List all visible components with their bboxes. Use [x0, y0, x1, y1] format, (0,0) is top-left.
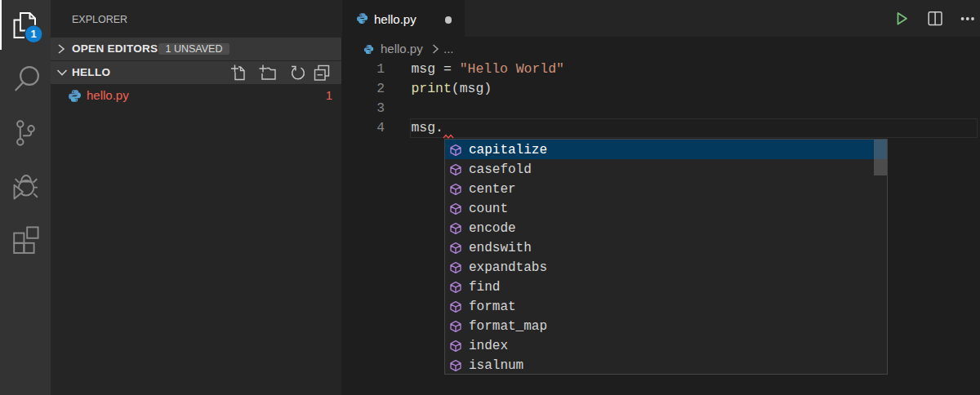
svg-text:1: 1 — [31, 28, 37, 40]
